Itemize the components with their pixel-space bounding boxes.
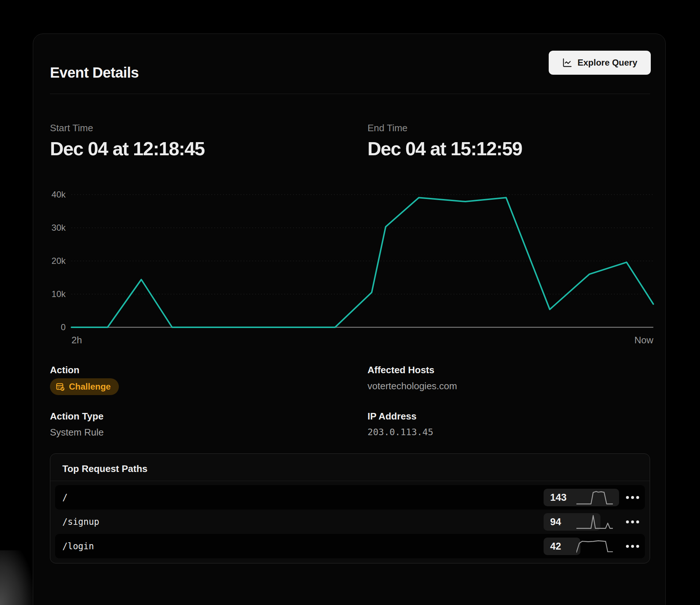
ip-address-label: IP Address	[368, 411, 416, 422]
start-time-label: Start Time	[50, 122, 93, 134]
ellipsis-icon	[636, 545, 639, 548]
x-axis-start-label: 2h	[71, 335, 82, 346]
count-chip	[544, 538, 580, 555]
start-time-value: Dec 04 at 12:18:45	[50, 138, 205, 160]
ellipsis-icon	[636, 496, 639, 499]
action-type-value: System Rule	[50, 427, 104, 438]
challenge-table-check-icon	[55, 382, 65, 392]
header-divider	[50, 94, 650, 94]
y-axis-tick: 40k	[51, 190, 66, 200]
end-time-value: Dec 04 at 15:12:59	[368, 138, 522, 160]
request-count: 94	[550, 516, 561, 527]
traffic-chart: 40k30k20k10k0 2h Now	[33, 182, 665, 354]
ip-address-value: 203.0.113.45	[368, 427, 433, 437]
ellipsis-icon	[631, 545, 634, 548]
challenge-badge-label: Challenge	[69, 382, 111, 392]
page-title: Event Details	[50, 65, 139, 81]
path-row[interactable]: /login 42	[55, 534, 645, 558]
request-path: /signup	[62, 517, 99, 527]
ellipsis-icon	[626, 545, 629, 548]
panel-divider	[50, 481, 650, 481]
request-path: /login	[62, 541, 94, 551]
row-menu-button[interactable]	[622, 517, 643, 527]
sparkline-chart	[576, 514, 613, 530]
affected-hosts-value: votertechologies.com	[368, 380, 457, 392]
y-axis-tick: 10k	[51, 289, 66, 299]
y-axis-tick: 30k	[51, 223, 66, 233]
explore-query-button[interactable]: Explore Query	[549, 51, 651, 75]
x-axis-end-label: Now	[634, 335, 653, 346]
corner-glow	[0, 550, 33, 605]
traffic-chart-svg	[33, 182, 665, 335]
row-menu-button[interactable]	[622, 492, 643, 503]
affected-hosts-label: Affected Hosts	[368, 364, 434, 376]
path-row[interactable]: /signup 94	[55, 510, 645, 534]
sparkline-chart	[576, 538, 613, 554]
end-time-label: End Time	[368, 122, 408, 134]
chart-line-icon	[562, 58, 572, 68]
top-request-paths-panel: Top Request Paths / 143 /signup 94 /logi…	[50, 453, 650, 563]
request-count: 42	[550, 540, 561, 552]
event-details-page: { "header": { "title": "Event Details", …	[0, 0, 700, 605]
sparkline-chart	[576, 489, 613, 506]
ellipsis-icon	[636, 520, 639, 523]
y-axis-tick: 20k	[51, 256, 66, 266]
explore-query-label: Explore Query	[578, 58, 637, 68]
ellipsis-icon	[626, 496, 629, 499]
ellipsis-icon	[626, 520, 629, 523]
request-path: /	[62, 492, 67, 503]
ellipsis-icon	[631, 496, 634, 499]
path-row[interactable]: / 143	[55, 485, 645, 510]
traffic-line-series	[71, 198, 653, 327]
action-type-label: Action Type	[50, 411, 104, 422]
top-request-paths-title: Top Request Paths	[62, 463, 148, 475]
ellipsis-icon	[631, 520, 634, 523]
row-menu-button[interactable]	[622, 541, 643, 551]
action-label: Action	[50, 364, 79, 376]
request-count: 143	[550, 492, 567, 503]
challenge-badge: Challenge	[50, 378, 119, 395]
y-axis-tick: 0	[61, 322, 66, 332]
